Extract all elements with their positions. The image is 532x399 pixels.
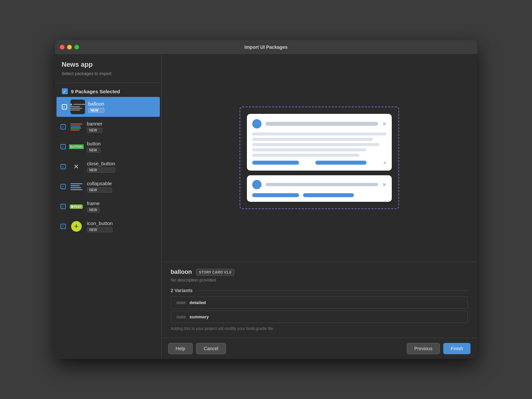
details-title-row: balloon STORY CARD V1.0 [171,269,468,276]
close-x-icon: ✕ [73,163,79,171]
preview-card-summary: ✕ [247,175,392,202]
package-item-banner[interactable]: banner NEW [55,117,161,137]
variants-title: 2 Variants [171,288,468,293]
pkg-icon-button: BUTTON [69,139,84,154]
pkg-name-banner: banner [87,121,103,126]
pkg-icon-banner [69,120,84,134]
content-area: News app Select packages to import ✓ 9 P… [55,54,477,359]
card-line-2 [252,138,373,141]
summary-footer [252,193,386,197]
variant-value-1: detailed [189,300,206,305]
bottom-left-buttons: Help Cancel [168,343,226,354]
pkg-icon-close: ✕ [69,159,84,174]
help-button[interactable]: Help [168,343,193,354]
pkg-badge-close: NEW [87,168,115,173]
card-line-1 [252,132,386,135]
pkg-checkbox-close[interactable] [60,164,66,169]
card-btn-1[interactable] [252,161,299,165]
card-title-bar [266,122,378,126]
cancel-button[interactable]: Cancel [196,343,226,354]
card-footer: ∧ [252,160,386,165]
pkg-icon-collapsable [69,179,84,194]
preview-dashed-container: ✕ ∧ [240,107,399,209]
card-avatar [252,119,262,128]
finish-button[interactable]: Finish [443,343,470,354]
details-panel: balloon STORY CARD V1.0 No description p… [161,262,477,338]
card-close-icon[interactable]: ✕ [382,121,386,127]
summary-card-title [266,183,378,186]
btn-icon: BUTTON [69,144,84,149]
pkg-badge-frame: NEW [87,207,100,212]
bottom-right-buttons: Previous Finish [407,343,471,354]
package-item-close-button[interactable]: ✕ close_button NEW [55,157,161,177]
select-all-checkbox[interactable]: ✓ [62,88,68,94]
summary-card-header: ✕ [252,180,386,189]
preview-area: ✕ ∧ [161,54,477,262]
gradle-note: Adding this to your project will modify … [171,326,468,331]
summary-card-avatar [252,180,262,189]
pkg-info-button: button NEW [87,141,101,153]
variant-row-detailed: state: detailed [171,296,468,309]
pkg-checkbox-collapsable[interactable] [60,184,66,189]
maximize-button[interactable] [74,45,79,49]
traffic-lights [60,45,79,49]
pkg-checkbox-frame[interactable] [60,204,66,209]
preview-card-detailed: ✕ ∧ [247,114,392,171]
pkg-name-collapsable: collapsable [87,181,112,186]
card-line-4 [252,148,366,151]
package-item-frame[interactable]: ▶ PLAY frame NEW [55,197,161,216]
pkg-icon-frame: ▶ PLAY [69,199,84,214]
main-window: Import UI Packages News app Select packa… [55,40,477,359]
pkg-info-collapsable: collapsable NEW [87,181,112,193]
variant-value-2: summary [189,314,209,319]
story-card-badge: STORY CARD V1.0 [196,269,235,276]
divider-1 [55,83,161,83]
pkg-icon-balloon [70,100,85,114]
summary-btn-2[interactable] [303,193,354,197]
app-name: News app [62,61,155,68]
pkg-info-close: close_button NEW [87,161,115,173]
card-header: ✕ [252,119,386,128]
select-all-row[interactable]: ✓ 9 Packages Selected [55,87,161,97]
pkg-badge-button: NEW [87,148,101,153]
previous-button[interactable]: Previous [407,343,440,354]
pkg-info-banner: banner NEW [87,121,103,133]
minimize-button[interactable] [67,45,72,49]
pkg-icon-iconbtn: + [69,219,84,234]
pkg-name-iconbtn: icon_button [87,220,113,226]
main-content: ✕ ∧ [161,54,477,359]
package-item-balloon[interactable]: balloon NEW [56,97,160,117]
pkg-badge-balloon: NEW [88,108,104,113]
details-pkg-name: balloon [171,269,192,276]
pkg-badge-banner: NEW [87,128,103,133]
package-item-icon-button[interactable]: + icon_button NEW [55,216,161,236]
pkg-name-button: button [87,141,101,146]
card-btn-2[interactable] [315,161,367,165]
card-line-5 [252,154,360,157]
sidebar-header: News app Select packages to import [55,54,161,79]
summary-card-close-icon[interactable]: ✕ [382,182,386,188]
subtitle: Select packages to import [62,71,155,76]
pkg-checkbox-banner[interactable] [60,124,66,129]
package-item-button[interactable]: BUTTON button NEW [55,137,161,157]
pkg-badge-iconbtn: NEW [87,227,113,232]
plus-circle-icon: + [71,221,82,232]
window-title: Import UI Packages [245,44,288,50]
play-badge-icon: ▶ PLAY [70,204,83,209]
pkg-name-frame: frame [87,200,100,206]
pkg-info-iconbtn: icon_button NEW [87,220,113,232]
select-all-label: 9 Packages Selected [71,89,120,94]
pkg-info-balloon: balloon NEW [88,101,104,113]
variant-key-1: state: [176,300,187,305]
pkg-badge-collapsable: NEW [87,188,112,193]
summary-btn-1[interactable] [252,193,299,197]
sidebar: News app Select packages to import ✓ 9 P… [55,54,161,359]
pkg-info-frame: frame NEW [87,200,100,212]
pkg-checkbox-iconbtn[interactable] [60,224,66,229]
pkg-name-close: close_button [87,161,115,166]
pkg-checkbox-balloon[interactable] [62,104,67,110]
checkmark-icon: ✓ [63,89,66,94]
pkg-checkbox-button[interactable] [60,144,66,149]
close-button[interactable] [60,45,64,49]
package-item-collapsable[interactable]: collapsable NEW [55,177,161,197]
